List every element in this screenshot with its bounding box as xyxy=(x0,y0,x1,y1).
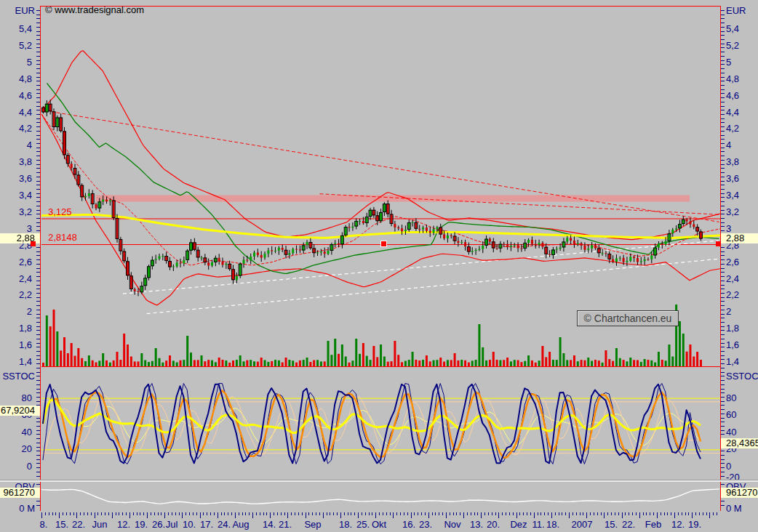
left-axis-line xyxy=(40,6,41,511)
x-axis-label-8: 8. xyxy=(40,519,48,530)
x-axis-label-Okt: Okt xyxy=(372,519,386,530)
x-axis-label-10: 10. xyxy=(183,519,196,530)
sstoc-label-left: SSTOC xyxy=(0,371,35,382)
x-axis-label-Sep: Sep xyxy=(304,519,321,530)
sstoc-tick-left-0: 0 xyxy=(0,462,32,472)
trendline-handle-right[interactable] xyxy=(716,241,721,246)
price-tick-right-1,4: 1,4 xyxy=(726,357,739,367)
price-tick-right-4,2: 4,2 xyxy=(726,124,739,134)
price-tick-right-4,4: 4,4 xyxy=(726,108,739,118)
sstoc-tick-left-20: 20 xyxy=(0,444,32,454)
left-axis-ticks xyxy=(36,10,40,509)
obv-value-label-right: 961270 xyxy=(721,488,758,498)
price-tick-right-2: 2 xyxy=(726,307,731,317)
price-tick-left-3,8: 3,8 xyxy=(0,157,32,167)
price-unit-left: EUR xyxy=(0,6,35,16)
x-axis-label-23: 23. xyxy=(419,519,432,530)
x-axis-label-19: 19. xyxy=(135,519,148,530)
sstoc-value-label-right: 28,4365 xyxy=(721,438,758,448)
trendline-handle-left[interactable] xyxy=(31,241,36,246)
price-tick-right-2,2: 2,2 xyxy=(726,290,739,300)
price-tick-left-4,2: 4,2 xyxy=(0,124,32,134)
x-axis-label-Nov: Nov xyxy=(444,519,460,530)
price-tick-right-4,6: 4,6 xyxy=(726,91,739,101)
x-axis-label-Jul: Jul xyxy=(166,519,178,530)
price-tick-left-5,4: 5,4 xyxy=(0,24,32,34)
x-axis-label-22: 22. xyxy=(72,519,85,530)
price-tick-right-3,6: 3,6 xyxy=(726,174,739,184)
x-axis-label-17: 17. xyxy=(200,519,213,530)
x-axis-label-16: 16. xyxy=(402,519,415,530)
price-tick-left-4: 4 xyxy=(0,140,32,150)
sstoc-tick-left-80: 80 xyxy=(0,393,32,403)
price-tick-left-4,4: 4,4 xyxy=(0,108,32,118)
price-tick-left-4,8: 4,8 xyxy=(0,74,32,84)
x-axis-label-15: 15. xyxy=(55,519,68,530)
sstoc-tick-right-0: 0 xyxy=(726,462,731,472)
obv-zero-label-left: 0 M xyxy=(0,504,35,514)
x-axis-label-18: 18. xyxy=(546,519,559,530)
obv-zero-label-right: 0 M xyxy=(726,504,742,514)
x-axis-label-Aug: Aug xyxy=(232,519,249,530)
panel-divider xyxy=(0,480,758,482)
x-axis-label-2007: 2007 xyxy=(572,519,593,530)
price-tick-left-3,6: 3,6 xyxy=(0,174,32,184)
sstoc-tick-right-80: 80 xyxy=(726,393,736,403)
sstoc-tick-right-60: 60 xyxy=(726,410,736,420)
price-tick-right-3,8: 3,8 xyxy=(726,157,739,167)
x-axis-label-12: 12. xyxy=(117,519,130,530)
price-tick-left-5: 5 xyxy=(0,57,32,68)
stochastic-panel-canvas[interactable] xyxy=(41,372,720,480)
x-axis-label-24: 24. xyxy=(218,519,231,530)
x-axis-label-26: 26. xyxy=(152,519,165,530)
price-tick-left-4,6: 4,6 xyxy=(0,91,32,101)
resistance-line-label: 3,125 xyxy=(48,207,72,217)
price-unit-right: EUR xyxy=(726,6,746,16)
obv-value-label-left: 961270 xyxy=(0,488,40,498)
price-tick-right-5,2: 5,2 xyxy=(726,41,739,51)
x-axis-label-Jun: Jun xyxy=(92,519,108,530)
x-axis-label-22: 22. xyxy=(622,519,635,530)
price-tick-right-3,4: 3,4 xyxy=(726,190,739,201)
x-axis-label-Feb: Feb xyxy=(645,519,661,530)
right-axis-ticks xyxy=(721,10,725,509)
x-axis-label-19: 19. xyxy=(688,519,701,530)
price-tick-left-1,8: 1,8 xyxy=(0,323,32,334)
obv-panel-canvas[interactable] xyxy=(41,483,720,510)
price-tick-left-3,2: 3,2 xyxy=(0,207,32,217)
price-tick-left-1,6: 1,6 xyxy=(0,340,32,350)
price-tick-right-5,4: 5,4 xyxy=(726,24,739,34)
price-tick-left-5,2: 5,2 xyxy=(0,41,32,51)
x-axis-label-14: 14. xyxy=(263,519,276,530)
price-tick-right-3,2: 3,2 xyxy=(726,207,739,217)
x-axis-major-ticks xyxy=(41,512,720,518)
x-axis-label-13: 13. xyxy=(470,519,483,530)
x-axis-label-25: 25. xyxy=(356,519,370,530)
last-price-label-right: 2,88 xyxy=(721,233,758,243)
price-tick-left-2,2: 2,2 xyxy=(0,290,32,300)
price-tick-right-5: 5 xyxy=(726,57,731,68)
price-tick-left-2,4: 2,4 xyxy=(0,274,32,284)
price-tick-left-3,4: 3,4 xyxy=(0,190,32,201)
sstoc-tick-left-40: 40 xyxy=(0,427,32,438)
x-axis-label-21: 21. xyxy=(279,519,292,530)
sstoc-tick-right-40: 40 xyxy=(726,427,736,438)
x-axis-label-20: 20. xyxy=(487,519,500,530)
trendline-handle-mid[interactable] xyxy=(380,241,387,247)
sstoc-label-right: SSTOC xyxy=(726,371,758,382)
x-axis-label-15: 15. xyxy=(605,519,618,530)
price-tick-right-1,8: 1,8 xyxy=(726,323,739,334)
price-tick-right-4: 4 xyxy=(726,140,731,150)
chartchancen-watermark: © Chartchancen.eu xyxy=(577,310,679,326)
price-tick-left-1,4: 1,4 xyxy=(0,357,32,367)
price-tick-right-2,4: 2,4 xyxy=(726,274,739,284)
price-tick-right-4,8: 4,8 xyxy=(726,74,739,84)
chart-window: EUR EUR © www.tradesignal.com 3,125 2,81… xyxy=(0,0,758,532)
x-axis-label-18: 18. xyxy=(339,519,352,530)
x-axis-label-12: 12. xyxy=(671,519,685,530)
price-tick-left-2: 2 xyxy=(0,307,32,317)
price-tick-left-2,6: 2,6 xyxy=(0,257,32,267)
sstoc-value-label-left: 67,9204 xyxy=(0,406,40,416)
price-tick-right-1,6: 1,6 xyxy=(726,340,739,350)
x-axis-label-Dez: Dez xyxy=(510,519,527,530)
